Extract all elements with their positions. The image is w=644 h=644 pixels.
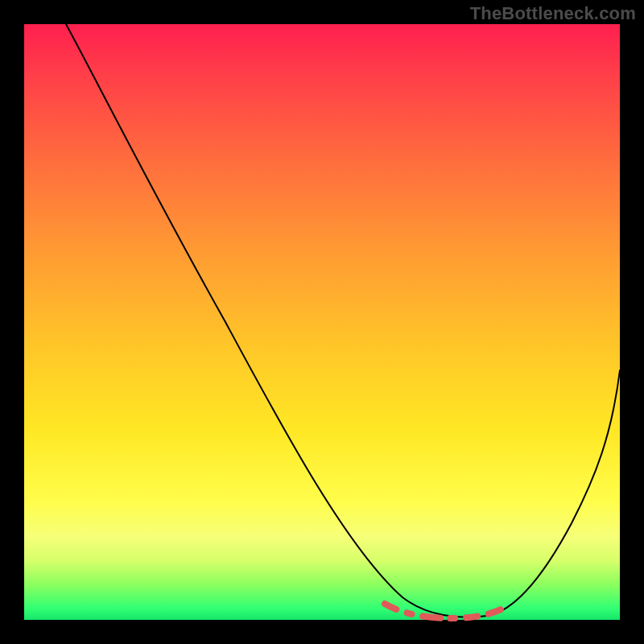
curve-svg [24, 24, 620, 620]
bottleneck-curve [66, 24, 620, 617]
plot-area [24, 24, 620, 620]
chart-frame: TheBottleneck.com [0, 0, 644, 644]
watermark-text: TheBottleneck.com [470, 3, 636, 24]
